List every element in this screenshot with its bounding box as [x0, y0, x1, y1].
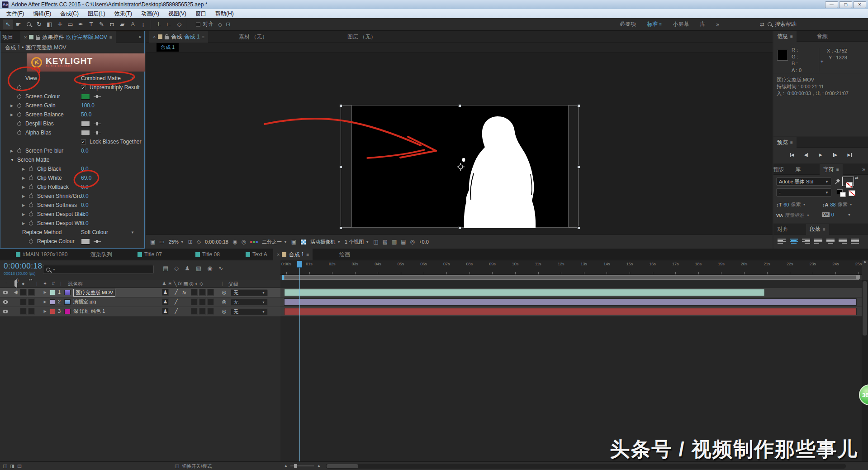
expand-transfer-icon[interactable]: ◨: [10, 463, 14, 469]
layer-expander-icon[interactable]: ▶: [42, 289, 48, 296]
stopwatch-icon[interactable]: [17, 95, 25, 99]
effect-row[interactable]: ▶Screen Softness0.0: [0, 201, 144, 210]
property-checkbox[interactable]: ✓: [81, 85, 86, 90]
timeline-tab-paint[interactable]: 绘画: [336, 249, 354, 260]
timeline-tab-1[interactable]: 渲染队列: [87, 249, 116, 260]
tab-composition[interactable]: × 合成 合成 1 ≡: [149, 31, 208, 43]
effect-row[interactable]: ▶Screen Gain100.0: [0, 101, 144, 110]
scrollbar-thumb[interactable]: [863, 281, 867, 336]
view-layout-select[interactable]: 1 个视图▼: [345, 239, 369, 245]
property-value[interactable]: 0.0: [81, 166, 89, 172]
last-frame-button[interactable]: ▶: [844, 151, 855, 158]
toggle-switches-modes-button[interactable]: 切换开关/模式: [182, 463, 212, 470]
layer-fx-toggle[interactable]: fx: [181, 289, 188, 296]
stopwatch-icon[interactable]: [17, 113, 25, 117]
timeline-horizontal-scrollbar[interactable]: [326, 464, 846, 469]
workspace-小屏幕[interactable]: 小屏幕: [668, 20, 693, 28]
close-tab-icon[interactable]: ×: [24, 34, 27, 40]
selection-handle[interactable]: [458, 104, 461, 107]
snap-checkbox[interactable]: [196, 22, 200, 27]
expander-icon[interactable]: ▶: [22, 167, 29, 171]
selection-handle[interactable]: [339, 104, 342, 107]
shared-view-icon[interactable]: ◫: [373, 239, 378, 245]
no-color-swatch[interactable]: [849, 190, 855, 196]
show-snapshot-icon[interactable]: ◎: [241, 239, 246, 245]
work-area-bar[interactable]: [280, 275, 862, 280]
channels-icon[interactable]: [250, 241, 258, 243]
group-expander-icon[interactable]: ▼: [10, 158, 17, 162]
stopwatch-icon[interactable]: [29, 221, 37, 225]
snap-shape-icon[interactable]: ◇: [218, 21, 222, 28]
layer-fx-toggle[interactable]: [181, 308, 188, 315]
selection-handle[interactable]: [339, 165, 342, 168]
layer-duration-bar[interactable]: [284, 289, 765, 296]
tab-layer[interactable]: 图层 （无）: [344, 31, 379, 43]
effect-row[interactable]: Replace Colour: [0, 237, 144, 246]
layer-shy-toggle[interactable]: ♟: [162, 308, 169, 315]
roto-brush-tool[interactable]: ♙: [128, 19, 138, 29]
timeline-zoom-slider[interactable]: [290, 465, 314, 466]
world-axis-icon[interactable]: ∟: [164, 19, 174, 29]
local-axis-icon[interactable]: ⊥: [153, 19, 164, 29]
stopwatch-icon[interactable]: [17, 86, 25, 90]
font-style-select[interactable]: -▼: [776, 188, 831, 197]
selection-handle[interactable]: [577, 226, 580, 230]
effect-row[interactable]: Alpha Bias: [0, 128, 144, 137]
layer-audio-toggle[interactable]: [11, 298, 18, 305]
stopwatch-icon[interactable]: [17, 149, 25, 153]
tab-audio[interactable]: 音频: [813, 31, 831, 42]
leading-control[interactable]: ↕A 88 像素 ▼: [822, 201, 853, 208]
fast-preview-icon[interactable]: ▧: [383, 239, 388, 245]
tab-info[interactable]: 信息≡: [773, 31, 797, 42]
menu-item-5[interactable]: 动画(A): [137, 10, 164, 18]
stopwatch-icon[interactable]: [17, 122, 25, 126]
effect-row[interactable]: ▶Screen Shrink/Gro0.0: [0, 192, 144, 201]
layer-fx-toggle[interactable]: [181, 298, 188, 305]
font-family-select[interactable]: Adobe 黑体 Std▼: [776, 177, 831, 186]
layer-lock-toggle[interactable]: [28, 308, 35, 315]
align-center-button[interactable]: [789, 238, 798, 245]
fill-color-swatch[interactable]: [842, 177, 854, 186]
color-slider-icon[interactable]: [94, 122, 101, 126]
zoom-in-mountain-icon[interactable]: ▲: [317, 463, 321, 468]
layer-name[interactable]: 深 洋红 纯色 1: [73, 308, 105, 315]
menu-item-4[interactable]: 效果(T): [110, 10, 137, 18]
layer-expander-icon[interactable]: ▶: [42, 308, 48, 315]
property-value[interactable]: 0.0: [81, 220, 89, 226]
stopwatch-icon[interactable]: [29, 194, 37, 198]
comp-flowchart-icon[interactable]: ▤: [163, 265, 168, 272]
layer-visibility-toggle[interactable]: [2, 308, 9, 315]
layer-solo-toggle[interactable]: [20, 298, 27, 305]
parent-select[interactable]: 无▼: [231, 299, 268, 306]
effect-row[interactable]: ▶Screen Balance50.0: [0, 110, 144, 119]
view-axis-icon[interactable]: ◇: [174, 19, 185, 29]
clone-stamp-tool[interactable]: ◘: [107, 19, 117, 29]
time-ruler[interactable]: 0:00s 01s 02s 03s 04s 05s 06s 07s 08s 09…: [280, 260, 862, 275]
source-name-column[interactable]: 源名称: [68, 281, 83, 288]
exposure-wheel-icon[interactable]: ◎: [410, 239, 415, 245]
justify-last-left-button[interactable]: [814, 238, 823, 245]
pen-tool[interactable]: ✒: [76, 19, 86, 29]
justify-all-button[interactable]: [850, 238, 859, 245]
eyedropper-icon[interactable]: [835, 178, 841, 184]
first-frame-button[interactable]: ◀: [787, 151, 797, 158]
flowchart-icon[interactable]: ▤: [401, 239, 406, 245]
property-value[interactable]: 100.0: [81, 102, 95, 109]
brush-tool[interactable]: ✎: [96, 19, 107, 29]
expand-layer-switches-icon[interactable]: ◫: [3, 463, 7, 469]
playhead-marker[interactable]: [297, 261, 302, 268]
frame-blend-icon[interactable]: ▧: [196, 265, 201, 272]
rect-mask-tool[interactable]: ▭: [65, 19, 76, 29]
layer-duration-bar[interactable]: [284, 298, 857, 306]
panel-menu-icon[interactable]: ≡: [306, 252, 309, 257]
workspace-必要项[interactable]: 必要项: [615, 20, 640, 28]
tab-presets[interactable]: 预设: [770, 164, 783, 175]
timeline-search-input[interactable]: ▼: [43, 265, 154, 274]
stopwatch-icon[interactable]: [29, 240, 37, 244]
next-frame-button[interactable]: ▶: [830, 151, 841, 158]
parent-select[interactable]: 无▼: [231, 289, 268, 296]
mask-roi-icon[interactable]: ◇: [197, 239, 201, 245]
layer-solo-toggle[interactable]: [20, 308, 27, 315]
layer-name[interactable]: 演播室.jpg: [73, 298, 96, 305]
search-help-label[interactable]: 搜索帮助: [775, 20, 797, 28]
